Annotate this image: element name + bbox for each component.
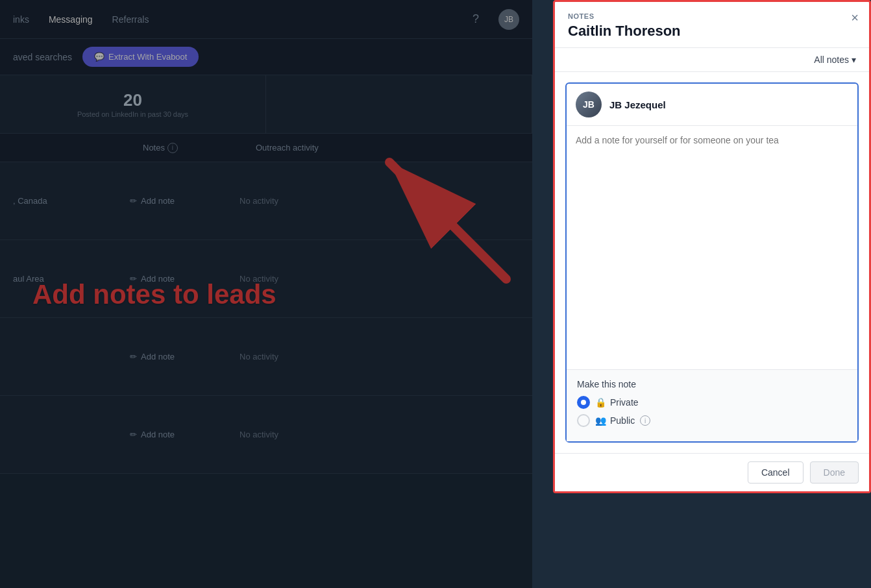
add-note-2[interactable]: ✏ Add note: [130, 274, 175, 284]
notes-info-icon[interactable]: i: [167, 143, 178, 153]
add-note-3[interactable]: ✏ Add note: [130, 352, 175, 361]
nav-item-messaging[interactable]: Messaging: [49, 14, 93, 25]
privacy-section: Make this note 🔒 Private 👥 Public i: [567, 369, 857, 441]
stat-cell-posted: 20 Posted on LinkedIn in past 30 days: [0, 75, 266, 133]
stats-row: 20 Posted on LinkedIn in past 30 days: [0, 75, 532, 134]
saved-searches-label: aved searches: [13, 52, 72, 62]
stat-label: Posted on LinkedIn in past 30 days: [77, 110, 188, 118]
pencil-icon: ✏: [130, 352, 137, 361]
avatar[interactable]: JB: [498, 9, 519, 30]
radio-private-circle: [577, 396, 590, 409]
avatar-image: JB: [576, 92, 602, 117]
no-activity-2: No activity: [239, 274, 278, 284]
search-row: aved searches 💬 Extract With Evaboot: [0, 39, 532, 75]
nav-item-links[interactable]: inks: [13, 14, 29, 25]
table-row: aul Area ✏ Add note No activity: [0, 240, 532, 318]
radio-public[interactable]: 👥 Public i: [577, 414, 847, 427]
table-header: Notes i Outreach activity: [0, 134, 532, 162]
add-note-4[interactable]: ✏ Add note: [130, 430, 175, 439]
public-label: 👥 Public i: [595, 415, 650, 426]
modal-header: NOTES Caitlin Thoreson ×: [555, 2, 869, 48]
public-info-icon[interactable]: i: [640, 415, 650, 426]
stat-cell-2: [266, 75, 532, 133]
composer-avatar: JB: [576, 92, 602, 117]
chevron-down-icon: ▾: [852, 55, 856, 65]
modal-person-name: Caitlin Thoreson: [568, 23, 856, 40]
table-row: , Canada ✏ Add note No activity: [0, 162, 532, 240]
table-row: ✏ Add note No activity: [0, 396, 532, 474]
row-location-1: , Canada: [13, 196, 91, 206]
modal-notes-label: NOTES: [568, 12, 856, 20]
cancel-button[interactable]: Cancel: [748, 461, 804, 484]
modal-close-button[interactable]: ×: [851, 11, 859, 24]
all-notes-row: All notes ▾: [555, 48, 869, 72]
radio-public-circle: [577, 414, 590, 427]
radio-private[interactable]: 🔒 Private: [577, 396, 847, 409]
table-row: ✏ Add note No activity: [0, 318, 532, 396]
no-activity-1: No activity: [239, 196, 278, 206]
add-note-1[interactable]: ✏ Add note: [130, 196, 175, 206]
no-activity-3: No activity: [239, 352, 278, 361]
stat-number: 20: [123, 90, 142, 110]
notes-modal: NOTES Caitlin Thoreson × All notes ▾ JB …: [553, 0, 871, 493]
extract-button[interactable]: 💬 Extract With Evaboot: [82, 47, 199, 67]
done-button[interactable]: Done: [810, 461, 859, 484]
people-icon: 👥: [595, 415, 606, 426]
notes-column-header: Notes: [143, 143, 165, 153]
private-label: 🔒 Private: [595, 397, 639, 408]
composer-name: JB Jezequel: [609, 99, 666, 110]
no-activity-4: No activity: [239, 430, 278, 439]
outreach-column-header: Outreach activity: [256, 143, 319, 153]
chat-icon: 💬: [94, 52, 104, 62]
top-nav: inks Messaging Referrals ? JB: [0, 0, 532, 39]
modal-footer: Cancel Done: [555, 453, 869, 491]
lock-icon: 🔒: [595, 397, 606, 408]
help-icon[interactable]: ?: [472, 12, 479, 26]
note-compose-area: JB JB Jezequel Make this note 🔒 Private …: [565, 82, 859, 443]
table-body: , Canada ✏ Add note No activity aul Area…: [0, 162, 532, 474]
row-location-2: aul Area: [13, 274, 91, 284]
radio-dot: [581, 400, 586, 405]
make-note-label: Make this note: [577, 379, 847, 389]
nav-item-referrals[interactable]: Referrals: [112, 14, 149, 25]
composer-header: JB JB Jezequel: [567, 84, 857, 126]
pencil-icon: ✏: [130, 196, 137, 206]
pencil-icon: ✏: [130, 430, 137, 439]
note-textarea[interactable]: [567, 126, 857, 369]
pencil-icon: ✏: [130, 274, 137, 284]
all-notes-button[interactable]: All notes ▾: [814, 55, 856, 65]
